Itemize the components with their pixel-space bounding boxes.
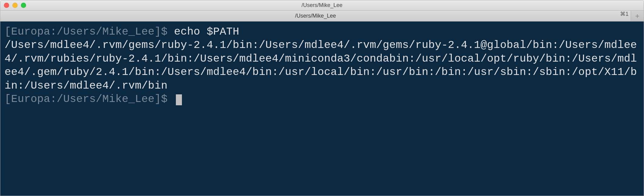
tab-active[interactable]: /Users/Mike_Lee: [0, 11, 631, 21]
add-tab-button[interactable]: +: [631, 11, 644, 21]
cursor-icon: [176, 94, 182, 105]
maximize-button[interactable]: [21, 3, 26, 8]
tab-title: /Users/Mike_Lee: [295, 13, 336, 19]
tab-shortcut: ⌘1: [620, 11, 629, 17]
traffic-lights: [4, 3, 26, 8]
command-output: /Users/mdlee4/.rvm/gems/ruby-2.4.1/bin:/…: [5, 39, 637, 92]
close-button[interactable]: [4, 3, 9, 8]
window-title: /Users/Mike_Lee: [301, 2, 342, 8]
terminal-content[interactable]: [Europa:/Users/Mike_Lee]$ echo $PATH /Us…: [0, 22, 644, 196]
terminal-window: /Users/Mike_Lee /Users/Mike_Lee ⌘1 + [Eu…: [0, 0, 644, 196]
shell-command: echo $PATH: [174, 25, 239, 38]
tab-bar: /Users/Mike_Lee ⌘1 +: [0, 11, 644, 22]
shell-prompt: [Europa:/Users/Mike_Lee]$: [5, 25, 174, 38]
minimize-button[interactable]: [12, 3, 18, 8]
shell-prompt-current: [Europa:/Users/Mike_Lee]$: [5, 93, 174, 105]
window-titlebar[interactable]: /Users/Mike_Lee: [0, 0, 644, 11]
